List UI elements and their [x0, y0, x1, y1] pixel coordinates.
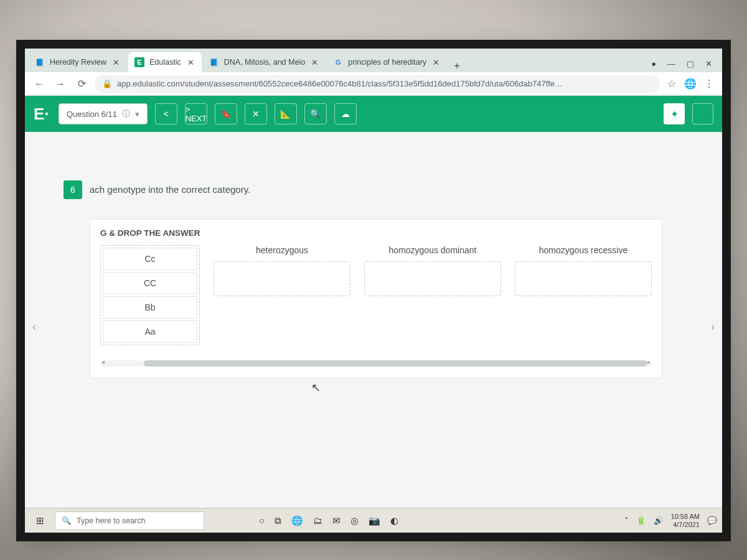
chrome-icon[interactable]: ◎	[350, 515, 359, 526]
draggable-item[interactable]: CC	[103, 272, 197, 294]
taskbar-search[interactable]: 🔍 Type here to search	[55, 511, 204, 530]
close-icon[interactable]: ✕	[186, 58, 195, 67]
search-placeholder: Type here to search	[77, 516, 145, 525]
tab-label: DNA, Mitosis, and Meio	[224, 58, 306, 67]
close-icon[interactable]: ✕	[310, 58, 319, 67]
browser-tab-bar: 📘 Heredity Review ✕ E Edulastic ✕ 📘 DNA,…	[25, 49, 722, 72]
prev-button[interactable]: <	[155, 103, 177, 124]
draggable-item[interactable]: Aa	[103, 320, 197, 343]
reload-button[interactable]: ⟳	[73, 78, 90, 90]
accessibility-button[interactable]: ✦	[664, 103, 685, 124]
chevron-down-icon: ▾	[135, 110, 139, 119]
tab-label: Heredity Review	[50, 58, 106, 67]
question-selector[interactable]: Question 6/11 ⓘ ▾	[59, 103, 148, 124]
tab-favicon: G	[333, 57, 343, 67]
clock-date: 4/7/2021	[671, 521, 700, 529]
taskbar-clock[interactable]: 10:58 AM 4/7/2021	[671, 513, 700, 528]
scroll-thumb[interactable]	[144, 360, 647, 366]
calculator-button[interactable]: 📐	[275, 103, 297, 124]
cloud-button[interactable]: ☁	[334, 103, 357, 124]
new-tab-button[interactable]: +	[448, 60, 466, 72]
draggable-item[interactable]: Cc	[103, 248, 197, 270]
search-icon: 🔍	[62, 516, 72, 525]
scroll-left-icon[interactable]: ◂	[101, 358, 105, 365]
prev-label: <	[164, 109, 169, 119]
close-window-icon[interactable]: ✕	[705, 59, 712, 68]
file-explorer-icon[interactable]: 🗂	[313, 515, 322, 526]
draggable-item[interactable]: Bb	[103, 296, 197, 319]
tray-chevron-icon[interactable]: ˄	[624, 516, 629, 525]
app-header: E· Question 6/11 ⓘ ▾ < > NEXT 🔖 ✕ 📐 🔍 ☁ …	[25, 96, 722, 132]
edulastic-logo: E·	[34, 105, 51, 124]
cortana-icon[interactable]: ○	[259, 515, 265, 526]
tab-favicon: 📘	[209, 57, 219, 67]
exit-button[interactable]: ↩	[692, 103, 713, 124]
tab-edulastic[interactable]: E Edulastic ✕	[128, 52, 202, 72]
question-content: ‹ › 6 ach genotype into the correct cate…	[25, 132, 722, 508]
zoom-button[interactable]: 🔍	[304, 103, 327, 124]
windows-taskbar: ⊞ 🔍 Type here to search ○ ⧉ 🌐 🗂 ✉ ◎ 📷 ◐ …	[25, 508, 722, 533]
clock-time: 10:58 AM	[671, 513, 700, 521]
maximize-icon[interactable]: ▢	[687, 59, 694, 68]
tab-heredity[interactable]: 📘 Heredity Review ✕	[29, 52, 127, 72]
cortana-circle-icon[interactable]: ◐	[390, 515, 398, 526]
tab-label: Edulastic	[149, 58, 181, 67]
start-button[interactable]: ⊞	[30, 515, 50, 526]
battery-icon[interactable]: 🔋	[636, 516, 646, 525]
close-icon[interactable]: ✕	[431, 58, 441, 67]
question-label: Question 6/11	[67, 110, 117, 119]
info-icon: ⓘ	[122, 108, 130, 119]
task-view-icon[interactable]: ⧉	[275, 515, 281, 526]
next-question-chevron[interactable]: ›	[705, 319, 721, 335]
kebab-menu-icon[interactable]: ⋮	[702, 78, 716, 90]
lock-icon: 🔒	[102, 79, 112, 88]
tab-dna[interactable]: 📘 DNA, Mitosis, and Meio ✕	[203, 52, 326, 72]
drop-zone-heterozygous[interactable]	[214, 261, 350, 296]
bookmark-button[interactable]: 🔖	[215, 103, 237, 124]
back-button[interactable]: ←	[31, 78, 47, 90]
source-item-list: Cc CC Bb Aa	[100, 245, 200, 345]
next-label: > NEXT	[186, 105, 207, 123]
horizontal-scrollbar[interactable]: ◂ ▸	[100, 360, 652, 366]
drop-zone-homo-recessive[interactable]	[515, 261, 652, 296]
clear-button[interactable]: ✕	[245, 103, 267, 124]
camera-icon[interactable]: 📷	[369, 515, 380, 526]
browser-toolbar: ← → ⟳ 🔒 app.edulastic.com/student/assess…	[25, 72, 722, 96]
tab-favicon: 📘	[35, 57, 45, 67]
panel-title: G & DROP THE ANSWER	[100, 228, 652, 238]
edge-icon[interactable]: 🌐	[291, 515, 303, 526]
address-bar[interactable]: 🔒 app.edulastic.com/student/assessment/6…	[95, 75, 660, 93]
volume-icon[interactable]: 🔊	[654, 516, 664, 525]
question-text: ach genotype into the correct category.	[90, 184, 250, 195]
cursor-icon: ↖	[311, 381, 321, 394]
tab-favicon: E	[134, 57, 144, 67]
close-icon[interactable]: ✕	[111, 58, 121, 67]
notifications-icon[interactable]: 💬	[707, 516, 717, 525]
extension-icon[interactable]: 🌐	[684, 78, 697, 90]
tab-label: principles of hereditary	[348, 58, 426, 67]
prev-question-chevron[interactable]: ‹	[26, 319, 42, 335]
mail-icon[interactable]: ✉	[332, 515, 341, 526]
background-apps-icon[interactable]: ●	[651, 59, 656, 68]
question-number-badge: 6	[63, 180, 82, 199]
tab-principles[interactable]: G principles of hereditary ✕	[327, 52, 447, 72]
drop-label-heterozygous: heterozygous	[214, 245, 350, 255]
drop-zone-homo-dominant[interactable]	[364, 261, 501, 296]
url-text: app.edulastic.com/student/assessment/605…	[117, 79, 563, 88]
drop-label-homo-recessive: homozygous recessive	[515, 245, 652, 255]
next-button[interactable]: > NEXT	[185, 103, 207, 124]
scroll-right-icon[interactable]: ▸	[647, 358, 651, 365]
drag-drop-panel: G & DROP THE ANSWER Cc CC Bb Aa heterozy…	[90, 219, 662, 378]
minimize-icon[interactable]: —	[667, 59, 675, 68]
bookmark-star-icon[interactable]: ☆	[665, 78, 679, 90]
drop-label-homo-dominant: homozygous dominant	[364, 245, 501, 255]
forward-button[interactable]: →	[52, 78, 68, 90]
